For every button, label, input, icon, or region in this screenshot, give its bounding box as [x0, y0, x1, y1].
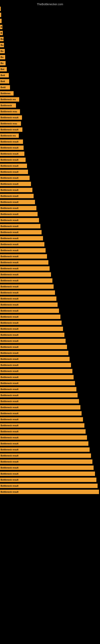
bar-row: Bottleneck result	[0, 338, 100, 344]
bar-label: Bottleneck result	[0, 225, 18, 228]
bar-label: Bottleneck result	[0, 382, 18, 384]
bar-item: Bottleneck result	[0, 164, 27, 168]
bar-label: Bottleneck result	[0, 304, 18, 306]
bar-item: Bottleneck result	[0, 435, 87, 440]
bar-row: Bott	[0, 72, 100, 78]
bar-row: Bottleneck result	[0, 127, 100, 132]
bar-label: Bottleneck result	[0, 177, 18, 179]
bar-row: Bottleneck result	[0, 266, 100, 271]
bar-item: Bottleneck result	[0, 339, 66, 343]
bar-label: Bottleneck result	[0, 460, 18, 463]
bar-row: Bottleneck result	[0, 356, 100, 362]
bar-item: Bottleneck result	[0, 236, 43, 240]
bar-label: Bot	[0, 68, 4, 70]
bar-item: Bo	[0, 55, 5, 59]
bar-row: Bottleneck result	[0, 224, 100, 229]
bar-label: Bottleneck result	[0, 219, 18, 222]
bar-label: Bottlenec	[0, 92, 11, 94]
bar-row: Bottleneck result	[0, 471, 100, 476]
bar-item: Bottleneck result	[0, 429, 86, 434]
bar-row: Bottleneck result	[0, 151, 100, 156]
bar-item: Bottleneck result	[0, 206, 36, 210]
bar-row: Bottleneck result	[0, 344, 100, 350]
bar-label: Bottleneck result	[0, 340, 18, 342]
bar-label: Bottleneck result	[0, 388, 18, 390]
bar-item: Bottleneck result	[0, 260, 49, 265]
bar-item: Bottleneck result	[0, 423, 84, 428]
bar-item: Bo	[0, 43, 4, 47]
bar-row: Bottleneck result	[0, 187, 100, 193]
bar-row: Bottleneck result	[0, 115, 100, 120]
bar-label: Bottleneck result	[0, 207, 18, 209]
bar-item: Bot	[0, 67, 7, 72]
bar-label: Bottleneck result	[0, 484, 18, 487]
bar-row: Bottleneck result	[0, 157, 100, 162]
bar-label: Bottleneck result	[0, 466, 18, 469]
bar-item: Bottleneck result	[0, 399, 79, 404]
bar-row	[0, 18, 100, 24]
bar-row: Bottleneck result	[0, 169, 100, 175]
bar-item: Bottleneck result	[0, 448, 90, 452]
bar-label: Bottleneck result	[0, 406, 18, 408]
bar-row: Bottleneck result	[0, 236, 100, 241]
bar-item: Bottleneck result	[0, 327, 63, 331]
bar-item: B	[0, 31, 3, 35]
bar-row: Bottleneck result	[0, 314, 100, 320]
bar-row: Bottleneck result	[0, 242, 100, 247]
bar-row: Bottleneck res	[0, 96, 100, 102]
bar-label: Bott	[0, 80, 5, 82]
bar-item: Bott	[0, 79, 9, 84]
bar-row: Bottleneck result	[0, 205, 100, 211]
bar-row: Bottleneck result	[0, 217, 100, 223]
bar-item: Bottleneck result	[0, 254, 47, 258]
bar-label: Bo	[0, 38, 3, 40]
bar-label: B	[0, 32, 2, 34]
bar-item: Bottleneck result	[0, 188, 32, 192]
bar-item: Bottleneck result	[0, 115, 22, 120]
bar-label: Bottleneck result	[0, 322, 18, 324]
bar-row: Bottleneck result	[0, 422, 100, 428]
bar-label: Bottleneck result	[0, 472, 18, 475]
bar-row: Bottleneck result	[0, 139, 100, 144]
bar-label: Bo	[0, 56, 3, 58]
bar-row: Bot	[0, 66, 100, 72]
bar-item: Bottleneck result	[0, 441, 88, 446]
bar-row: Bottleneck result	[0, 362, 100, 368]
bar-item: Bottleneck result	[0, 302, 58, 307]
bar-label: Bottleneck result	[0, 128, 18, 131]
bar-item: Bottleneck result	[0, 393, 78, 398]
bar-label: Bottleneck result	[0, 267, 18, 270]
bar-label: Bottleneck result	[0, 430, 18, 433]
bar-row: Bottleneck result	[0, 211, 100, 217]
bar-item: Bottleneck resu	[0, 121, 21, 126]
bar-item: Bottleneck result	[0, 472, 95, 476]
bar-row: Bottleneck result	[0, 429, 100, 434]
bar-row: Bottlenec	[0, 90, 100, 96]
bar-label: Bottleneck result	[0, 279, 18, 282]
bar-label: Bottleneck result	[0, 478, 18, 481]
bar-row: Bo	[0, 36, 100, 42]
bar-item: Bottleneck res	[0, 134, 19, 138]
bar-label: Bo	[0, 62, 3, 64]
bar-item: Bottleneck result	[0, 351, 68, 355]
bar-item: Bottleneck res	[0, 97, 19, 102]
bar-label: Bottleneck result	[0, 436, 18, 439]
bar-item: Bottleneck result	[0, 272, 51, 277]
bar-row: Bottleneck result	[0, 302, 100, 308]
bar-row: Bottleneck result	[0, 459, 100, 464]
bar-label: Bottleneck	[0, 104, 12, 107]
bar-label: Bottleneck result	[0, 454, 18, 457]
bar-item: Bottleneck result	[0, 363, 71, 367]
bar-row: Bo	[0, 48, 100, 54]
bar-item: Bottleneck result	[0, 146, 24, 150]
bar-row: Bottleneck result	[0, 350, 100, 356]
bar-row: Bottleneck result	[0, 404, 100, 410]
bar-label: Bottleneck result	[0, 255, 18, 258]
bar-item: Bottleneck result	[0, 248, 46, 252]
bar-item: Bottleneck result	[0, 411, 82, 416]
bar-label: Bottl	[0, 86, 6, 88]
bar-row: Bottleneck result	[0, 465, 100, 470]
bar-row: Bottleneck result	[0, 145, 100, 150]
bar-row: Bottleneck result	[0, 175, 100, 181]
bar-item: Bottleneck result	[0, 176, 30, 180]
